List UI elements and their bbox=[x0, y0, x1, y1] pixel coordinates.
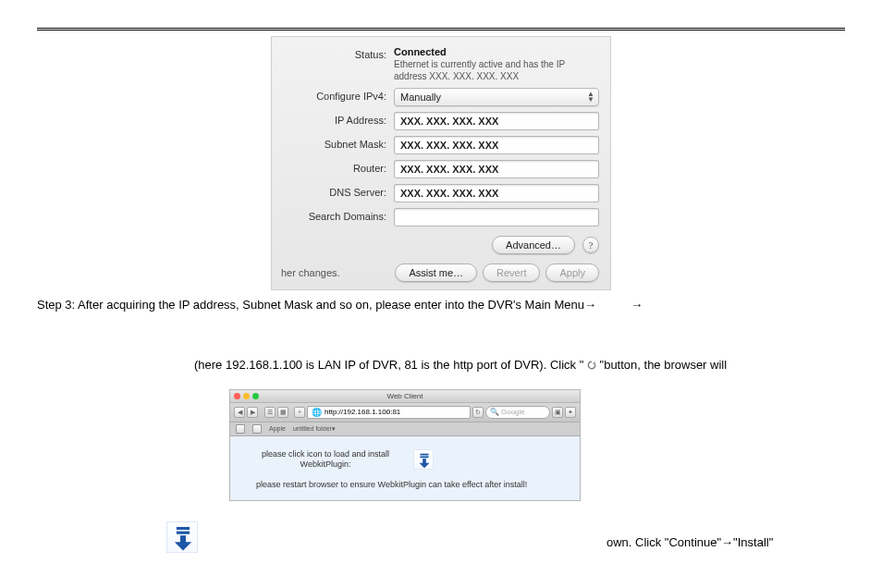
header-rule bbox=[37, 28, 845, 31]
footer-changes-text: her changes. bbox=[281, 267, 340, 278]
svg-rect-1 bbox=[420, 457, 428, 459]
document-page: Status: Connected Ethernet is currently … bbox=[0, 0, 882, 581]
advanced-button[interactable]: Advanced… bbox=[492, 236, 575, 254]
window-controls bbox=[234, 393, 259, 399]
svg-rect-2 bbox=[177, 527, 190, 530]
forward-button[interactable]: ▶ bbox=[247, 407, 258, 418]
browser-titlebar: Web Client bbox=[230, 390, 580, 403]
revert-button[interactable]: Revert bbox=[483, 263, 540, 282]
network-settings-panel: Status: Connected Ethernet is currently … bbox=[271, 36, 611, 290]
apply-button[interactable]: Apply bbox=[545, 263, 599, 282]
apply-label: Apply bbox=[559, 267, 585, 278]
reload-button[interactable]: ↻ bbox=[472, 407, 484, 418]
svg-rect-0 bbox=[420, 454, 428, 456]
instruction-line-2a: (here 192.168.1.100 is LAN IP of DVR, 81… bbox=[194, 358, 587, 372]
bookmark-apple[interactable]: Apple bbox=[269, 425, 286, 432]
browser-window: Web Client ◀ ▶ ☰ ▦ + 🌐 http://192.168.1.… bbox=[229, 389, 581, 501]
browser-toolbar: ◀ ▶ ☰ ▦ + 🌐 http://192.168.1.100:81 ↻ 🔍 … bbox=[230, 403, 580, 423]
step3-text: Step 3: After acquiring the IP address, … bbox=[37, 298, 584, 312]
subnet-mask-value: XXX. XXX. XXX. XXX bbox=[400, 140, 498, 151]
advanced-button-label: Advanced… bbox=[506, 239, 561, 251]
revert-label: Revert bbox=[496, 267, 526, 278]
router-value: XXX. XXX. XXX. XXX bbox=[400, 164, 498, 175]
search-domains-label: Search Domains: bbox=[283, 208, 394, 222]
add-bookmark-button[interactable]: + bbox=[294, 407, 305, 418]
close-icon[interactable] bbox=[234, 393, 240, 399]
ip-address-value: XXX. XXX. XXX. XXX bbox=[400, 116, 498, 127]
plugin-install-text: please click icon to load and install We… bbox=[256, 449, 395, 471]
svg-rect-3 bbox=[177, 531, 190, 533]
subnet-mask-label: Subnet Mask: bbox=[283, 136, 394, 150]
browser-search-input[interactable]: 🔍 Google bbox=[485, 406, 550, 419]
browser-title: Web Client bbox=[387, 392, 423, 400]
step3-paragraph: Step 3: After acquiring the IP address, … bbox=[37, 296, 845, 315]
assist-me-button[interactable]: Assist me… bbox=[395, 263, 477, 282]
dns-server-input[interactable]: XXX. XXX. XXX. XXX bbox=[394, 184, 599, 202]
arrow-icon: → bbox=[584, 298, 596, 312]
help-button[interactable]: ? bbox=[582, 237, 599, 253]
bookmark-topsites-icon[interactable] bbox=[252, 424, 262, 434]
search-placeholder: Google bbox=[501, 408, 525, 416]
settings-button[interactable]: ✦ bbox=[565, 407, 576, 418]
search-domains-input[interactable] bbox=[394, 208, 599, 227]
search-icon: 🔍 bbox=[490, 408, 499, 416]
bookmark-collections-icon[interactable] bbox=[236, 424, 245, 434]
url-bar[interactable]: 🌐 http://192.168.1.100:81 bbox=[307, 406, 471, 419]
assist-me-label: Assist me… bbox=[409, 267, 463, 278]
router-input[interactable]: XXX. XXX. XXX. XXX bbox=[394, 160, 599, 178]
back-button[interactable]: ◀ bbox=[234, 407, 245, 418]
bookmarks-menu-button[interactable]: ☰ bbox=[264, 407, 276, 418]
popup-button[interactable]: ▣ bbox=[552, 407, 563, 418]
final-row: own. Click "Continue"→"Install" bbox=[166, 521, 845, 553]
subnet-mask-input[interactable]: XXX. XXX. XXX. XXX bbox=[394, 136, 599, 154]
download-icon bbox=[166, 521, 198, 553]
plugin-restart-text: please restart browser to ensure WebkitP… bbox=[256, 480, 554, 491]
browser-content: please click icon to load and install We… bbox=[230, 436, 580, 500]
dns-server-label: DNS Server: bbox=[283, 184, 394, 198]
status-description: Ethernet is currently active and has the… bbox=[394, 59, 599, 82]
configure-ipv4-value: Manually bbox=[400, 92, 441, 103]
sites-button[interactable]: ▦ bbox=[277, 407, 288, 418]
dns-server-value: XXX. XXX. XXX. XXX bbox=[400, 188, 498, 199]
bookmark-untitled-folder[interactable]: untitled folder▾ bbox=[293, 425, 336, 433]
instruction-line-2: (here 192.168.1.100 is LAN IP of DVR, 81… bbox=[37, 356, 845, 376]
configure-ipv4-label: Configure IPv4: bbox=[283, 88, 394, 102]
zoom-icon[interactable] bbox=[252, 393, 259, 399]
instruction-line-3: own. Click "Continue"→"Install" bbox=[198, 533, 773, 553]
status-value: Connected bbox=[394, 46, 599, 57]
minimize-icon[interactable] bbox=[243, 393, 250, 399]
site-icon: 🌐 bbox=[312, 408, 322, 417]
configure-ipv4-select[interactable]: Manually ▲▼ bbox=[394, 88, 599, 106]
url-value: http://192.168.1.100:81 bbox=[325, 408, 400, 416]
updown-icon: ▲▼ bbox=[587, 92, 594, 103]
ip-address-label: IP Address: bbox=[283, 112, 394, 126]
help-icon: ? bbox=[589, 239, 594, 251]
refresh-icon bbox=[587, 357, 596, 376]
download-plugin-icon[interactable] bbox=[413, 449, 434, 470]
browser-bookmark-bar: Apple untitled folder▾ bbox=[230, 423, 580, 436]
ip-address-input[interactable]: XXX. XXX. XXX. XXX bbox=[394, 112, 599, 130]
router-label: Router: bbox=[283, 160, 394, 174]
instruction-line-2b: "button, the browser will bbox=[600, 358, 728, 372]
status-label: Status: bbox=[283, 46, 394, 60]
arrow-icon: → bbox=[631, 298, 643, 312]
